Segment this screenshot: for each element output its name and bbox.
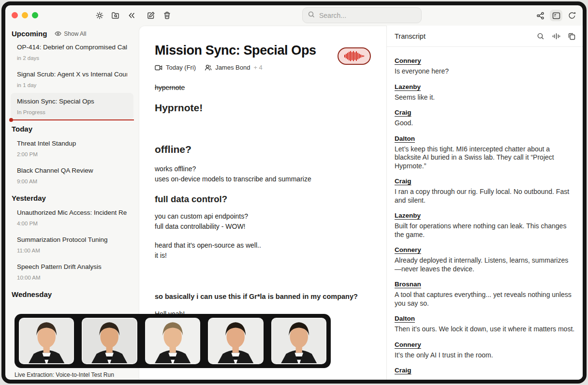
transcript-speaker[interactable]: Lazenby xyxy=(395,83,575,90)
panel-icon[interactable] xyxy=(550,10,562,21)
actor-portrait-illustration xyxy=(20,319,73,363)
search-placeholder: Search... xyxy=(319,12,346,19)
transcript-speaker[interactable]: Brosnan xyxy=(395,281,575,288)
transcript-speaker[interactable]: Dalton xyxy=(395,315,575,322)
share-icon[interactable] xyxy=(536,11,544,20)
transcript-speaker[interactable]: Dalton xyxy=(395,135,575,142)
note-block[interactable]: works offline? uses on-device models to … xyxy=(155,164,367,184)
actor-portrait-illustration xyxy=(272,319,325,363)
transcript-speaker[interactable]: Connery xyxy=(395,246,575,253)
sidebar-note-item[interactable]: Signal Scrub: Agent X vs Internal Coun..… xyxy=(11,66,133,93)
note-block[interactable]: you can custom api endpoints? full data … xyxy=(155,211,367,232)
minimize-window-button[interactable] xyxy=(22,12,28,18)
transcript-speaker[interactable]: Connery xyxy=(395,57,575,64)
sidebar-note-item[interactable]: Speech Pattern Drift Analysis 10:00 AM xyxy=(11,258,133,285)
actor-portrait-illustration xyxy=(146,319,199,363)
transcript-text: Then it’s ours. We lock it down, use it … xyxy=(395,325,575,334)
recording-waveform-icon xyxy=(344,51,365,61)
transcript-text: Good. xyxy=(395,119,575,128)
refresh-plus-icon[interactable] xyxy=(568,11,576,20)
transcript-text: Is everyone here? xyxy=(395,67,575,76)
actor-photo[interactable] xyxy=(271,318,326,364)
actor-portrait-illustration xyxy=(209,319,262,363)
transcript-text: It’s the only AI I trust in the room. xyxy=(395,351,575,360)
eye-icon xyxy=(55,31,61,36)
transcript-text: I ran a copy through our rig. Fully loca… xyxy=(395,188,575,205)
transcript-entry: Craig Good. xyxy=(395,109,575,128)
note-title[interactable]: Mission Sync: Special Ops xyxy=(155,43,367,58)
transcript-entry: Connery It’s the only AI I trust in the … xyxy=(395,341,575,360)
note-block[interactable]: hypernote xyxy=(155,84,367,91)
search-input[interactable]: Search... xyxy=(302,7,422,23)
transcript-panel: Transcript xyxy=(386,26,583,380)
yesterday-list: Unauthorized Mic Access: Incident Re... … xyxy=(5,204,139,285)
video-camera-icon xyxy=(155,65,162,71)
note-body[interactable]: hypernote Hyprnote! offline? works offli… xyxy=(155,84,367,319)
transcript-speaker[interactable]: Craig xyxy=(395,178,575,185)
note-block[interactable]: heard that it's open-source as well.. it… xyxy=(155,240,367,261)
transcript-text: Let’s keep this tight. MI6 intercepted c… xyxy=(395,145,575,171)
transcript-entry: Craig xyxy=(395,367,575,374)
transcript-entry: Craig I ran a copy through our rig. Full… xyxy=(395,178,575,205)
transcript-title: Transcript xyxy=(395,32,426,40)
note-block[interactable]: offline? xyxy=(155,144,367,155)
transcript-entry: Connery Is everyone here? xyxy=(395,57,575,76)
note-block[interactable]: Hyprnote! xyxy=(155,102,367,114)
trash-icon[interactable] xyxy=(162,11,171,20)
note-date-chip[interactable]: Today (Fri) xyxy=(155,64,196,71)
sidebar-section-yesterday: Yesterday xyxy=(12,194,132,202)
transcript-text: Built for operations where nothing can l… xyxy=(395,222,575,239)
transcript-copy-icon[interactable] xyxy=(567,32,576,41)
transcript-entry: Dalton Let’s keep this tight. MI6 interc… xyxy=(395,135,575,171)
traffic-lights xyxy=(12,12,38,18)
actor-portrait-illustration xyxy=(83,319,136,363)
sidebar-note-item[interactable]: Threat Intel Standup 2:00 PM xyxy=(11,135,133,162)
show-all-label: Show All xyxy=(64,30,86,37)
sidebar-bottom-note-title[interactable]: Live Extraction: Voice-to-Intel Test Run xyxy=(15,371,114,378)
sidebar-section-today: Today xyxy=(12,125,132,133)
sidebar-section-wednesday: Wednesday xyxy=(12,290,132,298)
transcript-entry: Lazenby Seems like it. xyxy=(395,83,575,102)
upcoming-list: OP-414: Debrief on Compromised Call in 2… xyxy=(5,39,139,120)
note-block[interactable]: full data control? xyxy=(155,194,367,205)
actor-photo[interactable] xyxy=(19,318,74,364)
toolbar-right-group xyxy=(536,5,576,26)
search-icon xyxy=(308,11,315,20)
transcript-body[interactable]: Connery Is everyone here? Lazenby Seems … xyxy=(387,47,583,380)
recording-indicator-button[interactable] xyxy=(338,47,371,65)
new-note-icon[interactable] xyxy=(147,11,155,20)
close-window-button[interactable] xyxy=(12,12,18,18)
folder-search-icon[interactable] xyxy=(111,11,120,20)
note-block[interactable] xyxy=(155,269,367,280)
transcript-entry: Connery Already deployed it internally. … xyxy=(395,246,575,273)
actor-photo[interactable] xyxy=(82,318,137,364)
collapse-sidebar-icon[interactable] xyxy=(127,11,136,20)
gear-icon[interactable] xyxy=(95,11,104,20)
transcript-search-icon[interactable] xyxy=(536,32,545,41)
transcript-entry: Dalton Then it’s ours. We lock it down, … xyxy=(395,315,575,334)
transcript-speaker[interactable]: Connery xyxy=(395,341,575,348)
participants-extra-count: + 4 xyxy=(253,64,262,71)
app-window: Search... xyxy=(1,1,587,384)
actor-photo[interactable] xyxy=(145,318,200,364)
sidebar-note-item[interactable]: Unauthorized Mic Access: Incident Re... … xyxy=(11,204,133,231)
transcript-waveform-icon[interactable] xyxy=(552,32,560,41)
zoom-window-button[interactable] xyxy=(32,12,38,18)
sidebar-note-item[interactable]: Black Channel QA Review 9:00 AM xyxy=(11,162,133,189)
note-block[interactable]: so basically i can use this if Gr*la is … xyxy=(155,293,367,300)
show-all-button[interactable]: Show All xyxy=(55,30,86,37)
actor-photo[interactable] xyxy=(208,318,263,364)
sidebar-note-item[interactable]: Mission Sync: Special Ops In Progress xyxy=(11,93,133,120)
actor-photo-strip xyxy=(15,314,331,368)
sidebar-note-item[interactable]: OP-414: Debrief on Compromised Call in 2… xyxy=(11,39,133,66)
transcript-speaker[interactable]: Craig xyxy=(395,109,575,116)
toolbar-left-group xyxy=(95,5,136,26)
transcript-speaker[interactable]: Craig xyxy=(395,367,575,374)
transcript-entry: Brosnan A tool that captures everything.… xyxy=(395,281,575,308)
sidebar-note-item[interactable]: Summarization Protocol Tuning 11:00 AM xyxy=(11,231,133,258)
transcript-speaker[interactable]: Lazenby xyxy=(395,212,575,219)
note-block[interactable] xyxy=(155,122,367,133)
note-participants-chip[interactable]: James Bond + 4 xyxy=(205,64,263,71)
transcript-entry: Lazenby Built for operations where nothi… xyxy=(395,212,575,239)
participants-icon xyxy=(205,64,212,71)
